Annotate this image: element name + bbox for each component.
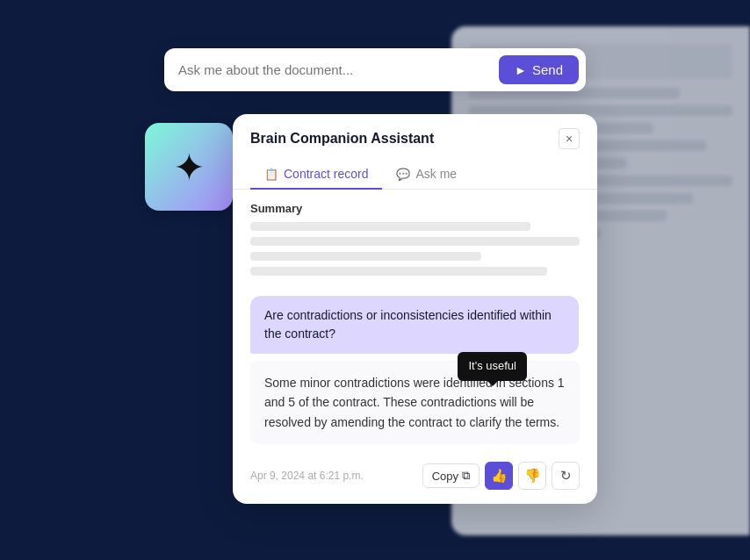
action-buttons: Copy ⧉ 👍 👎 ↻ <box>422 462 580 490</box>
timestamp: Apr 9, 2024 at 6:21 p.m. <box>250 470 364 482</box>
chat-panel: Brain Companion Assistant × 📋 Contract r… <box>233 114 597 504</box>
question-text: Are contradictions or inconsistencies id… <box>264 308 552 341</box>
chat-icon: 💬 <box>396 168 410 181</box>
tab-contract-label: Contract record <box>284 167 368 181</box>
answer-area: Some minor contradictions were identifie… <box>250 361 580 444</box>
thumbs-down-icon: 👎 <box>524 468 541 484</box>
copy-label: Copy <box>432 470 458 483</box>
summary-label: Summary <box>250 202 580 215</box>
panel-header: Brain Companion Assistant × <box>233 114 597 149</box>
tooltip: It's useful <box>458 352 527 381</box>
sparkle-icon: ✦ <box>173 145 206 190</box>
answer-footer: Apr 9, 2024 at 6:21 p.m. Copy ⧉ 👍 👎 ↻ <box>233 455 597 504</box>
tabs-container: 📋 Contract record 💬 Ask me <box>233 160 597 190</box>
contract-icon: 📋 <box>264 168 278 181</box>
send-icon: ► <box>515 63 527 77</box>
refresh-icon: ↻ <box>560 468 572 484</box>
send-label: Send <box>532 62 563 77</box>
close-button[interactable]: × <box>559 128 580 149</box>
copy-icon: ⧉ <box>462 469 470 483</box>
refresh-button[interactable]: ↻ <box>552 462 580 490</box>
tab-ask-me[interactable]: 💬 Ask me <box>382 160 471 190</box>
thumbs-down-button[interactable]: 👎 <box>518 462 546 490</box>
tooltip-text: It's useful <box>468 359 516 372</box>
summary-line-1 <box>250 222 530 231</box>
tab-contract-record[interactable]: 📋 Contract record <box>250 160 382 190</box>
ai-icon-card: ✦ <box>145 123 233 211</box>
summary-line-4 <box>250 267 547 276</box>
copy-button[interactable]: Copy ⧉ <box>422 463 480 488</box>
panel-title: Brain Companion Assistant <box>250 131 434 147</box>
send-button[interactable]: ► Send <box>499 55 579 84</box>
summary-line-2 <box>250 237 580 246</box>
search-input[interactable] <box>178 62 492 77</box>
question-bubble: Are contradictions or inconsistencies id… <box>250 296 579 354</box>
summary-line-3 <box>250 252 481 261</box>
thumbs-up-icon: 👍 <box>491 468 508 484</box>
thumbs-up-button[interactable]: 👍 <box>485 462 513 490</box>
search-bar: ► Send <box>164 48 586 91</box>
answer-text: Some minor contradictions were identifie… <box>264 376 565 429</box>
summary-area: Summary <box>233 190 597 289</box>
tab-ask-label: Ask me <box>415 167 457 181</box>
